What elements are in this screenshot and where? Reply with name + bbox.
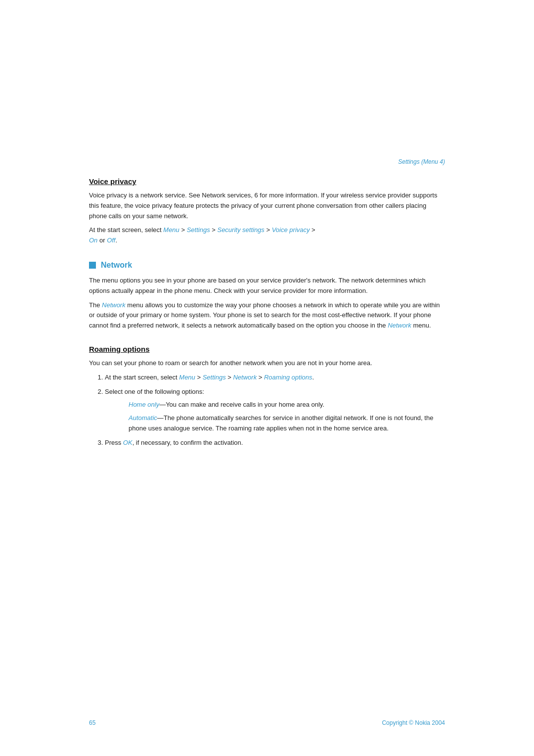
step1-prefix: At the start screen, select <box>105 374 179 381</box>
option1-dash: — <box>159 401 166 408</box>
roaming-options-list: Home only—You can make and receive calls… <box>129 400 445 433</box>
roaming-step1: At the start screen, select Menu > Setti… <box>105 373 445 383</box>
vp-or: or <box>97 236 107 244</box>
vp-period: . <box>115 236 117 244</box>
voice-privacy-para2: At the start screen, select Menu > Setti… <box>89 225 445 246</box>
content-area: Settings (Menu 4) Voice privacy Voice pr… <box>89 0 445 502</box>
option2-text: The phone automatically searches for ser… <box>129 414 433 432</box>
vp-menu-link: Menu <box>163 226 179 234</box>
step1-arrow2: > <box>226 374 233 381</box>
blue-square-icon <box>89 262 96 269</box>
vp-voice-privacy-link: Voice privacy <box>272 226 310 234</box>
voice-privacy-para1: Voice privacy is a network service. See … <box>89 190 445 221</box>
vp-arrow2: > <box>210 226 218 234</box>
voice-privacy-heading: Voice privacy <box>89 177 445 186</box>
copyright-text: Copyright © Nokia 2004 <box>382 719 445 726</box>
step1-period: . <box>312 374 314 381</box>
option-home-only: Home only—You can make and receive calls… <box>129 400 445 410</box>
step3-prefix: Press <box>105 439 123 446</box>
network-section: Network The menu options you see in your… <box>89 261 445 331</box>
net-link2: Network <box>388 322 411 329</box>
step1-arrow1: > <box>195 374 203 381</box>
roaming-section: Roaming options You can set your phone t… <box>89 345 445 448</box>
page-number: 65 <box>89 719 95 726</box>
voice-privacy-section: Voice privacy Voice privacy is a network… <box>89 177 445 246</box>
step1-roaming: Roaming options <box>264 374 312 381</box>
roaming-steps-list: At the start screen, select Menu > Setti… <box>105 373 445 448</box>
roaming-step3: Press OK, if necessary, to confirm the a… <box>105 438 445 448</box>
vp-settings-link: Settings <box>187 226 210 234</box>
option1-text: You can make and receive calls in your h… <box>166 401 324 408</box>
option-home-only-label: Home only <box>129 401 159 408</box>
option-automatic-label: Automatic <box>129 414 157 422</box>
step3-ok: OK <box>123 439 133 446</box>
section-label-text: Settings (Menu 4) <box>398 158 445 165</box>
vp-arrow3: > <box>265 226 272 234</box>
network-heading-wrapper: Network <box>89 261 445 270</box>
network-para2: The Network menu allows you to customize… <box>89 300 445 331</box>
vp-off-link: Off <box>107 236 115 244</box>
option-automatic: Automatic—The phone automatically search… <box>129 413 445 434</box>
step1-settings: Settings <box>203 374 226 381</box>
vp-arrow1: > <box>179 226 187 234</box>
net-prefix: The <box>89 301 102 309</box>
section-label: Settings (Menu 4) <box>89 158 445 165</box>
net-link1: Network <box>102 301 126 309</box>
step1-arrow3: > <box>257 374 264 381</box>
vp-prefix: At the start screen, select <box>89 226 163 234</box>
vp-security-link: Security settings <box>217 226 264 234</box>
step3-suffix: , if necessary, to confirm the activatio… <box>133 439 243 446</box>
vp-on-link: On <box>89 236 97 244</box>
footer: 65 Copyright © Nokia 2004 <box>0 719 534 726</box>
page: Settings (Menu 4) Voice privacy Voice pr… <box>0 0 534 756</box>
roaming-step2: Select one of the following options: Hom… <box>105 387 445 434</box>
vp-arrow4: > <box>310 226 315 234</box>
step1-network: Network <box>233 374 257 381</box>
network-para1: The menu options you see in your phone a… <box>89 276 445 296</box>
option2-dash: — <box>157 414 164 422</box>
network-heading: Network <box>101 261 132 270</box>
roaming-heading: Roaming options <box>89 345 445 353</box>
step1-menu: Menu <box>179 374 195 381</box>
step2-text: Select one of the following options: <box>105 388 204 395</box>
net-end: menu. <box>411 322 431 329</box>
roaming-intro: You can set your phone to roam or search… <box>89 358 445 369</box>
